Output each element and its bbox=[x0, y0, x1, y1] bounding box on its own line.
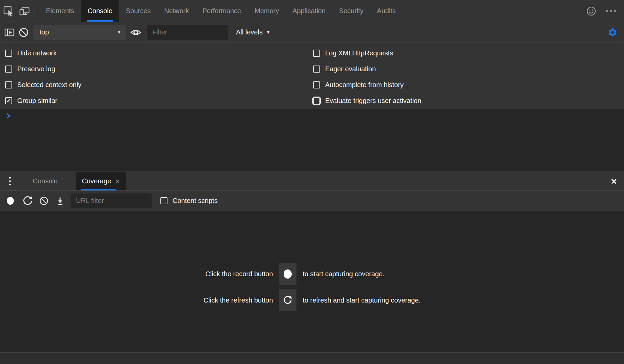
checkbox-unchecked[interactable] bbox=[5, 66, 12, 73]
refresh-icon bbox=[22, 195, 33, 207]
gear-icon bbox=[607, 27, 618, 37]
console-prompt-icon bbox=[6, 113, 11, 119]
content-scripts-setting[interactable]: Content scripts bbox=[160, 197, 217, 205]
drawer-tab-coverage[interactable]: Coverage × bbox=[76, 172, 126, 190]
empty-state-text: to refresh and start capturing coverage. bbox=[303, 296, 420, 304]
refresh-icon bbox=[283, 295, 293, 305]
empty-state-text: Click the record button bbox=[205, 270, 273, 278]
clear-console-button[interactable] bbox=[17, 26, 31, 38]
refresh-button-illustration bbox=[279, 289, 296, 311]
tab-elements[interactable]: Elements bbox=[39, 0, 81, 22]
chevron-down-icon: ▼ bbox=[117, 30, 121, 35]
clear-icon bbox=[18, 26, 30, 38]
checkbox-unchecked[interactable] bbox=[5, 81, 12, 88]
drawer-tabbar: Console Coverage × × bbox=[0, 172, 624, 191]
more-options-button[interactable] bbox=[603, 10, 619, 12]
tab-memory[interactable]: Memory bbox=[248, 0, 286, 22]
clear-icon bbox=[38, 195, 50, 207]
record-icon bbox=[284, 269, 292, 279]
smiley-icon bbox=[586, 5, 597, 17]
live-expression-button[interactable] bbox=[129, 26, 143, 39]
inspect-icon bbox=[3, 5, 14, 17]
console-filter-input[interactable] bbox=[147, 25, 228, 40]
coverage-panel: Click the record button to start capturi… bbox=[0, 211, 624, 352]
javascript-context-selector[interactable]: top ▼ bbox=[33, 25, 126, 40]
console-toolbar: top ▼ All levels ▼ bbox=[0, 22, 624, 43]
close-coverage-tab-icon[interactable]: × bbox=[115, 177, 120, 185]
console-settings-button[interactable] bbox=[606, 27, 624, 37]
toolbar-separator bbox=[34, 5, 34, 17]
active-tab-underline bbox=[87, 20, 113, 22]
console-sidebar-toggle-button[interactable] bbox=[2, 26, 17, 38]
tab-audits[interactable]: Audits bbox=[370, 0, 402, 22]
export-coverage-button[interactable] bbox=[53, 195, 67, 207]
clear-coverage-button[interactable] bbox=[37, 195, 51, 207]
toggle-device-toolbar-button[interactable] bbox=[17, 0, 33, 22]
log-levels-selector[interactable]: All levels ▼ bbox=[236, 28, 270, 36]
main-tabs: Elements Console Sources Network Perform… bbox=[39, 0, 402, 22]
checkbox-unchecked[interactable] bbox=[160, 197, 167, 204]
download-icon bbox=[54, 195, 66, 207]
coverage-status-bar bbox=[0, 352, 624, 364]
close-drawer-button[interactable]: × bbox=[604, 172, 624, 190]
empty-state-text: to start capturing coverage. bbox=[303, 270, 384, 278]
checkbox-unchecked[interactable] bbox=[5, 50, 12, 57]
tab-application[interactable]: Application bbox=[286, 0, 332, 22]
main-toolbar-right bbox=[583, 0, 624, 22]
drawer-tab-console[interactable]: Console bbox=[27, 172, 63, 190]
console-settings-panel: Hide network Preserve log Selected conte… bbox=[0, 43, 624, 109]
tab-performance[interactable]: Performance bbox=[196, 0, 248, 22]
setting-autocomplete-from-history[interactable]: Autocomplete from history bbox=[313, 77, 624, 93]
console-sidebar-icon bbox=[3, 26, 16, 38]
inspect-element-button[interactable] bbox=[0, 0, 17, 22]
start-recording-coverage-button[interactable] bbox=[3, 197, 17, 205]
setting-preserve-log[interactable]: Preserve log bbox=[5, 61, 313, 77]
coverage-toolbar: Content scripts bbox=[0, 191, 624, 211]
settings-column-left: Hide network Preserve log Selected conte… bbox=[0, 45, 313, 109]
chevron-down-icon: ▼ bbox=[266, 30, 270, 35]
setting-eager-evaluation[interactable]: Eager evaluation bbox=[313, 61, 624, 77]
tab-console[interactable]: Console bbox=[81, 0, 119, 22]
main-toolbar: Elements Console Sources Network Perform… bbox=[0, 0, 624, 22]
setting-hide-network[interactable]: Hide network bbox=[5, 45, 313, 61]
devtools-window: Elements Console Sources Network Perform… bbox=[0, 0, 624, 364]
device-toolbar-icon bbox=[19, 5, 31, 17]
check-icon: ✓ bbox=[6, 98, 11, 104]
reload-and-record-coverage-button[interactable] bbox=[21, 195, 35, 207]
coverage-url-filter-input[interactable] bbox=[71, 193, 152, 208]
tab-security[interactable]: Security bbox=[332, 0, 370, 22]
eye-icon bbox=[129, 26, 142, 39]
kebab-menu-icon bbox=[9, 177, 11, 185]
feedback-button[interactable] bbox=[583, 5, 599, 17]
empty-state-text: Click the refresh button bbox=[204, 296, 273, 304]
checkbox-unchecked[interactable] bbox=[313, 66, 320, 73]
tab-network[interactable]: Network bbox=[157, 0, 196, 22]
more-options-icon bbox=[606, 10, 616, 12]
setting-selected-context-only[interactable]: Selected context only bbox=[5, 77, 313, 93]
setting-evaluate-triggers-user-activation[interactable]: Evaluate triggers user activation bbox=[313, 93, 624, 109]
settings-column-right: Log XMLHttpRequests Eager evaluation Aut… bbox=[313, 45, 624, 109]
setting-group-similar[interactable]: ✓ Group similar bbox=[5, 93, 313, 109]
record-icon bbox=[7, 197, 14, 205]
checkbox-checked[interactable]: ✓ bbox=[5, 97, 12, 104]
record-button-illustration bbox=[279, 263, 296, 285]
checkbox-unchecked[interactable] bbox=[313, 81, 320, 88]
checkbox-unchecked[interactable] bbox=[313, 50, 320, 57]
active-tab-underline bbox=[81, 189, 116, 190]
drawer-more-tools-button[interactable] bbox=[0, 172, 19, 190]
coverage-empty-state: Click the record button to start capturi… bbox=[204, 263, 421, 311]
console-messages-area[interactable] bbox=[0, 109, 624, 172]
close-icon: × bbox=[611, 176, 617, 187]
setting-log-xmlhttprequests[interactable]: Log XMLHttpRequests bbox=[313, 45, 624, 61]
tab-sources[interactable]: Sources bbox=[119, 0, 157, 22]
checkbox-focused[interactable] bbox=[313, 97, 320, 104]
